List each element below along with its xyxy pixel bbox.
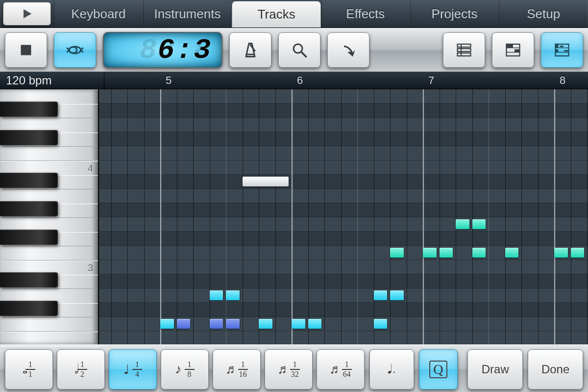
svg-rect-17 [556, 50, 559, 52]
midi-note[interactable] [177, 319, 191, 329]
midi-note[interactable] [374, 319, 388, 329]
view-mode-1-button[interactable] [443, 32, 485, 68]
midi-note[interactable] [308, 319, 322, 329]
midi-note[interactable] [390, 290, 404, 300]
svg-rect-11 [507, 44, 514, 48]
note-glyph-icon: ♬ [329, 362, 339, 377]
midi-note[interactable] [226, 319, 240, 329]
bar-number: 7 [428, 74, 434, 87]
white-key[interactable] [0, 317, 98, 332]
midi-note[interactable] [226, 290, 240, 300]
note-length-32[interactable]: ♬132 [265, 349, 313, 390]
view-mode-2-button[interactable] [492, 32, 534, 68]
note-glyph-icon: ♬ [277, 362, 287, 377]
tab-setup[interactable]: Setup [499, 0, 588, 27]
loop-icon [66, 41, 84, 59]
pianoroll-view-icon [553, 41, 571, 59]
midi-note[interactable] [374, 290, 388, 300]
piano-keyboard[interactable]: 43 [0, 89, 99, 344]
stop-icon [17, 41, 35, 59]
white-key[interactable] [0, 146, 98, 161]
quantize-button[interactable]: Q [419, 349, 458, 390]
black-key[interactable] [0, 173, 58, 188]
midi-note[interactable] [160, 319, 174, 329]
midi-note[interactable] [259, 319, 272, 329]
svg-rect-0 [21, 45, 31, 55]
note-glyph-icon: ♪ [175, 362, 182, 377]
tempo-label[interactable]: 120 bpm [0, 72, 104, 89]
magnifier-icon [291, 41, 308, 59]
note-glyph-icon: ♬ [225, 362, 235, 377]
octave-label: 4 [88, 163, 93, 174]
black-key[interactable] [0, 272, 58, 287]
black-key[interactable] [0, 230, 58, 245]
tab-effects[interactable]: Effects [321, 0, 410, 27]
white-key[interactable] [0, 246, 98, 261]
midi-note[interactable] [210, 319, 223, 329]
loop-button[interactable] [54, 32, 96, 68]
position-display[interactable]: 88:8 6:3 [103, 32, 222, 68]
tab-projects[interactable]: Projects [410, 0, 499, 27]
midi-note[interactable] [456, 219, 469, 229]
play-button[interactable] [3, 2, 51, 26]
svg-rect-16 [556, 44, 559, 48]
draw-button[interactable]: Draw [467, 349, 523, 390]
timeline-ruler[interactable]: 5678 [104, 72, 588, 89]
svg-rect-18 [560, 46, 564, 47]
undo-icon [340, 41, 357, 59]
svg-rect-6 [458, 44, 471, 47]
note-length-2[interactable]: 𝅗𝅥12 [57, 349, 105, 390]
black-key[interactable] [0, 130, 58, 145]
white-key[interactable] [0, 331, 98, 346]
tab-keyboard[interactable]: Keyboard [54, 0, 143, 27]
done-button[interactable]: Done [528, 349, 583, 390]
note-length-4[interactable]: ♩14 [109, 349, 157, 390]
quantize-icon: Q [429, 361, 447, 378]
tab-instruments[interactable]: Instruments [143, 0, 232, 27]
bar-number: 6 [297, 74, 303, 87]
octave-label: 3 [88, 262, 93, 274]
play-icon [20, 7, 34, 21]
note-grid[interactable] [99, 89, 588, 344]
bar-number: 8 [560, 74, 565, 87]
black-key[interactable] [0, 102, 58, 117]
midi-note[interactable] [390, 248, 404, 258]
midi-note[interactable] [472, 248, 486, 258]
midi-note[interactable] [243, 177, 289, 186]
view-mode-3-button[interactable] [541, 32, 583, 68]
midi-note[interactable] [505, 248, 519, 258]
metronome-button[interactable] [229, 32, 271, 68]
clip-view-icon [504, 41, 522, 59]
svg-rect-7 [458, 49, 471, 52]
note-length-8[interactable]: ♪18 [161, 349, 209, 390]
svg-rect-8 [458, 53, 471, 56]
stop-button[interactable] [5, 32, 47, 68]
midi-note[interactable] [292, 319, 305, 329]
midi-note[interactable] [423, 248, 437, 258]
svg-rect-12 [514, 50, 520, 52]
bar-number: 5 [166, 74, 172, 87]
midi-note[interactable] [210, 290, 223, 300]
toolbar: 88:8 6:3 [0, 28, 588, 72]
note-length-64[interactable]: ♬164 [317, 349, 365, 390]
svg-rect-19 [564, 50, 568, 52]
midi-note[interactable] [571, 248, 585, 258]
black-key[interactable] [0, 301, 58, 316]
midi-note[interactable] [472, 219, 486, 229]
note-length-16[interactable]: ♬116 [213, 349, 261, 390]
list-view-icon [455, 41, 473, 59]
dotted-note-button[interactable]: 𝅘𝅥. [369, 349, 414, 390]
zoom-button[interactable] [278, 32, 320, 68]
lcd-value: 6:3 [158, 34, 212, 66]
note-length-toolbar: 𝅝11𝅗𝅥12♩14♪18♬116♬132♬164 𝅘𝅥. Q Draw Don… [0, 344, 588, 392]
black-key[interactable] [0, 201, 58, 216]
note-length-1[interactable]: 𝅝11 [5, 349, 53, 390]
undo-button[interactable] [327, 32, 369, 68]
midi-note[interactable] [440, 248, 453, 258]
metronome-icon [242, 41, 259, 59]
note-glyph-icon: ♩ [123, 362, 129, 377]
svg-line-5 [302, 52, 306, 57]
tab-tracks[interactable]: Tracks [232, 1, 321, 27]
midi-note[interactable] [554, 248, 568, 258]
